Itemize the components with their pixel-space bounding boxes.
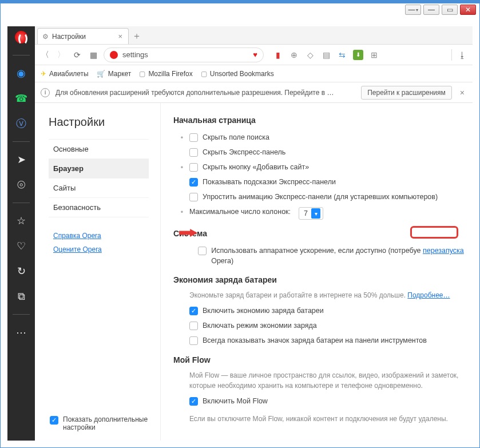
- bookmarks-bar: ✈Авиабилеты 🛒Маркет ▢Mozilla Firefox ▢Un…: [35, 65, 473, 82]
- window-close-button[interactable]: ✕: [460, 5, 476, 15]
- startpage-options: •Скрыть поле поиска •Скрыть Экспресс-пан…: [173, 130, 465, 222]
- gear-icon: ⚙: [42, 33, 49, 41]
- window-minimize-button[interactable]: —: [423, 5, 439, 15]
- system-options: • Использовать аппаратное ускорение, есл…: [173, 244, 465, 268]
- opt-max-columns: • Максимальное число колонок: 7 ▾: [173, 205, 465, 222]
- infobar-close-icon[interactable]: ×: [458, 88, 467, 97]
- opt-enable-battery: •Включить экономию заряда батареи: [173, 304, 465, 319]
- nav-security[interactable]: Безопасность: [49, 197, 149, 217]
- opt-enable-battery-mode: •Включать режим экономии заряда: [173, 319, 465, 334]
- bookmark-label: Unsorted Bookmarks: [210, 70, 274, 78]
- back-button[interactable]: 〈: [39, 49, 51, 61]
- section-startpage-title: Начальная страница: [173, 116, 465, 125]
- nav-sites[interactable]: Сайты: [49, 178, 149, 197]
- hw-text-post: Opera): [211, 257, 233, 265]
- checkbox[interactable]: [189, 322, 198, 330]
- ext-download-icon[interactable]: ⬇: [353, 50, 363, 60]
- extensions-rail-icon[interactable]: ⧉: [14, 289, 29, 304]
- downloads-button[interactable]: ⭳: [457, 49, 468, 61]
- opt-enable-flow: •Включить Мой Flow: [173, 394, 465, 409]
- ext-note-icon[interactable]: ▤: [321, 50, 331, 60]
- section-flow-title: Мой Flow: [173, 355, 465, 364]
- link-help[interactable]: Справка Opera: [49, 229, 149, 243]
- toolbar: 〈 〉 ⟳ ▦ settings ♥ ▮ ⊕ ◇ ▤ ⇆ ⬇ ⊞ ⭳: [35, 45, 473, 65]
- bookmark-item[interactable]: ✈Авиабилеты: [41, 70, 89, 78]
- flow-desc: Мой Flow — ваше личное пространство для …: [189, 370, 465, 391]
- bookmark-label: Mozilla Firefox: [148, 70, 192, 78]
- heart-rail-icon[interactable]: ♡: [14, 239, 29, 253]
- info-icon: i: [41, 88, 50, 97]
- battery-more-link[interactable]: Подробнее…: [407, 291, 450, 299]
- heart-icon[interactable]: ♥: [253, 50, 257, 59]
- bookmark-label: Маркет: [108, 70, 132, 78]
- checkbox[interactable]: [189, 163, 198, 172]
- nav-browser[interactable]: Браузер: [49, 158, 149, 178]
- toolbar-divider: [451, 49, 452, 61]
- link-rate[interactable]: Оцените Opera: [49, 243, 149, 256]
- browser-area: ⚙ Настройки × ＋ 〈 〉 ⟳ ▦ settings ♥ ▮ ⊕ ◇…: [35, 26, 473, 441]
- flow-note: Если вы отключите Мой Flow, никакой конт…: [189, 414, 465, 424]
- ext-shield-icon[interactable]: ◇: [305, 50, 315, 60]
- rail-separator: [13, 55, 30, 55]
- goto-extensions-button[interactable]: Перейти к расширениям: [361, 86, 452, 100]
- annotation-highlight: [410, 226, 458, 239]
- checkbox[interactable]: [189, 397, 198, 406]
- camera-icon[interactable]: ⦾: [14, 177, 29, 192]
- columns-select[interactable]: 7 ▾: [299, 207, 323, 220]
- opt-show-battery-icon: •Всегда показывать значок заряда батареи…: [173, 334, 465, 348]
- hw-accel-checkbox[interactable]: [198, 247, 207, 255]
- vk-icon[interactable]: ⓥ: [14, 116, 29, 131]
- hw-text-pre: Использовать аппаратное ускорение, если …: [211, 247, 421, 255]
- opt-hide-search: •Скрыть поле поиска: [173, 130, 465, 145]
- checkbox[interactable]: [189, 307, 198, 315]
- chevron-down-icon: ▾: [311, 208, 320, 219]
- history-rail-icon[interactable]: ↻: [14, 264, 29, 279]
- bookmark-folder[interactable]: ▢Mozilla Firefox: [139, 70, 192, 78]
- ext-icon[interactable]: ▮: [273, 50, 283, 60]
- checkbox[interactable]: [189, 133, 198, 142]
- send-icon[interactable]: ➤: [14, 152, 29, 167]
- new-tab-button[interactable]: ＋: [129, 28, 145, 44]
- rail-separator: [13, 203, 30, 203]
- tab-strip: ⚙ Настройки × ＋: [35, 26, 473, 45]
- bookmark-label: Авиабилеты: [49, 70, 89, 78]
- ext-translate-icon[interactable]: ⇆: [337, 50, 347, 60]
- forward-button[interactable]: 〉: [55, 49, 67, 61]
- info-bar: i Для обновления расширений требуются до…: [35, 82, 473, 103]
- whatsapp-icon[interactable]: ☎: [14, 91, 29, 106]
- checkbox[interactable]: [189, 193, 198, 201]
- nav-basic[interactable]: Основные: [49, 139, 149, 158]
- window-extra-button[interactable]: —: [405, 5, 421, 15]
- opt-simplify-anim: •Упростить анимацию Экспресс-панели (для…: [173, 190, 465, 205]
- settings-sidebar: Настройки Основные Браузер Сайты Безопас…: [35, 103, 161, 441]
- window-controls: — — ▭ ✕: [405, 5, 476, 15]
- restart-link[interactable]: перезапуска: [423, 247, 464, 255]
- settings-wrap: Настройки Основные Браузер Сайты Безопас…: [35, 103, 473, 441]
- info-message: Для обновления расширений требуются допо…: [55, 89, 334, 97]
- bookmark-folder[interactable]: ▢Unsorted Bookmarks: [201, 70, 274, 78]
- more-rail-icon[interactable]: ⋯: [14, 325, 29, 340]
- tab-settings[interactable]: ⚙ Настройки ×: [37, 28, 129, 44]
- checkbox[interactable]: [189, 336, 198, 345]
- address-bar[interactable]: settings ♥: [104, 47, 264, 62]
- speed-dial-button[interactable]: ▦: [88, 49, 99, 61]
- ext-more-icon[interactable]: ⊞: [369, 50, 379, 60]
- opera-logo-icon[interactable]: [14, 30, 29, 45]
- checkbox[interactable]: [189, 148, 198, 157]
- rail-separator: [13, 141, 30, 142]
- tab-close-icon[interactable]: ×: [118, 32, 122, 41]
- show-advanced-label: Показать дополнительные настройки: [63, 415, 149, 431]
- messenger-icon[interactable]: ◉: [14, 66, 29, 81]
- reload-button[interactable]: ⟳: [72, 49, 83, 61]
- bookmark-rail-icon[interactable]: ☆: [14, 213, 29, 228]
- opt-hide-add-site: •Скрыть кнопку «Добавить сайт»: [173, 160, 465, 175]
- window-maximize-button[interactable]: ▭: [442, 5, 458, 15]
- window-frame: — — ▭ ✕ ◉ ☎ ⓥ ➤ ⦾ ☆ ♡ ↻ ⧉ ⋯ ⚙ Настройки …: [0, 0, 480, 448]
- opera-badge-icon: [110, 51, 118, 59]
- show-advanced-row[interactable]: Показать дополнительные настройки: [49, 410, 149, 435]
- show-advanced-checkbox[interactable]: [50, 416, 58, 425]
- ext-globe-icon[interactable]: ⊕: [289, 50, 299, 60]
- settings-content[interactable]: Начальная страница •Скрыть поле поиска •…: [161, 103, 473, 441]
- checkbox[interactable]: [189, 178, 198, 187]
- bookmark-item[interactable]: 🛒Маркет: [97, 70, 132, 78]
